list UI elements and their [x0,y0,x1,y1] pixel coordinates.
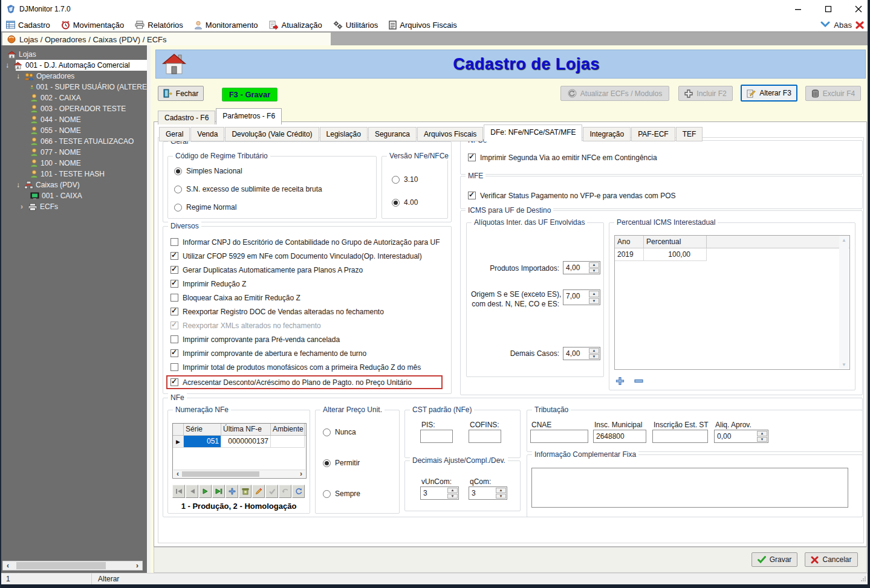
percentual-table[interactable]: Ano Percentual 2019 100,00 ▲▼ [614,235,850,370]
menu-atualizacao[interactable]: Atualização [269,21,322,30]
diversos-checkbox[interactable]: Gerar Duplicatas Automaticamente para Pl… [170,265,441,274]
spin-up-icon[interactable] [589,262,599,268]
tree-node-operator[interactable]: 001 - SUPER USUÁRIO (ALTERE [1,82,147,92]
nav-post-button[interactable] [265,485,278,498]
scroll-left-icon[interactable]: ‹ [174,471,182,477]
main-tab[interactable]: Parâmetros - F6 [216,108,282,124]
spin-down-icon[interactable] [589,298,599,305]
tree-node-caixa[interactable]: 001 - CAIXA [1,190,147,201]
demais-casos-spinner[interactable]: 4,00 [563,347,600,360]
minimize-button[interactable] [791,2,805,16]
tree-node-ecfs[interactable]: › ECFs [1,201,147,212]
diversos-checkbox[interactable]: Imprimir Redução Z [170,279,441,288]
atualizar-ecfs-button[interactable]: Atualizar ECFs / Modulos [560,86,669,101]
scroll-right-icon[interactable]: › [132,561,142,570]
resize-grip[interactable] [860,576,866,582]
maximize-button[interactable] [822,2,835,16]
params-tab[interactable]: Seguranca [368,127,417,141]
tree-node-lojas[interactable]: Lojas [1,49,147,60]
expand-arrow-icon[interactable]: ↓ [4,61,11,69]
table-row[interactable]: 2019 100,00 [615,248,849,261]
info-complementar-textarea[interactable] [531,468,848,508]
regime-radio-option[interactable]: S.N. excesso de sublimite de receita bru… [174,183,322,195]
tree-node-caixas[interactable]: ↓ Caixas (PDV) [1,179,147,190]
nav-delete-button[interactable] [239,485,252,498]
spin-up-icon[interactable] [447,488,458,493]
grid-header-ultima[interactable]: Última NF-e [221,424,271,435]
menu-arquivos-fiscais[interactable]: Arquivos Fiscais [389,21,457,30]
alterar-preco-radio-option[interactable]: Sempre [323,488,360,500]
tree-node-operator[interactable]: 003 - OPERADOR TESTE [1,103,147,114]
scrollbar-thumb[interactable] [182,471,259,477]
spin-up-icon[interactable] [757,431,767,436]
add-row-icon[interactable] [615,376,625,386]
nav-prior-button[interactable] [186,485,198,498]
tree-node-operator[interactable]: 101 - TESTE HASH [1,169,147,179]
nav-edit-button[interactable] [252,485,265,498]
tree-node-operadores[interactable]: ↓ Operadores [1,71,147,82]
scroll-right-icon[interactable]: › [297,471,305,477]
scrollbar-thumb[interactable] [16,562,106,569]
chevron-down-icon[interactable] [820,21,830,28]
cnae-input[interactable] [530,430,588,443]
nfce-checkbox[interactable]: Imprimir Segunda Via ao emitir NFCe em C… [468,153,657,162]
spin-down-icon[interactable] [496,494,506,499]
nav-refresh-button[interactable] [292,485,305,498]
tree-node-operator[interactable]: 055 - NOME [1,125,147,136]
spin-down-icon[interactable] [589,268,599,274]
diversos-checkbox[interactable]: Imprimir comprovante de abertura e fecha… [170,349,441,358]
tree-node-operator[interactable]: 002 - CAIXA [1,92,147,103]
excluir-button[interactable]: Excluir F4 [805,86,861,101]
diversos-checkbox[interactable]: Informar CNPJ do Escritório de Contabili… [170,237,441,247]
params-tab[interactable]: DFe: NFe/NFCe/SAT/MFE [484,124,582,141]
menu-relatorios[interactable]: Relatórios [135,21,183,30]
vuncom-spinner[interactable]: 3 [420,486,459,500]
nav-cancel-button[interactable] [279,485,291,498]
spin-up-icon[interactable] [496,488,506,493]
menu-monitoramento[interactable]: Monitoramento [194,21,258,30]
spin-down-icon[interactable] [757,437,767,442]
menu-cadastro[interactable]: Cadastro [6,21,50,30]
mfe-checkbox[interactable]: Verificar Status Pagamento no VFP-e para… [468,191,676,200]
versao-radio-option[interactable]: 4.00 [392,196,418,208]
inscricao-est-input[interactable] [652,430,708,443]
close-tabs-icon[interactable] [855,21,864,29]
grid-header-ambiente[interactable]: Ambiente [271,424,305,435]
expand-arrow-icon[interactable]: ↓ [15,181,22,189]
scroll-up-icon[interactable]: ▲ [842,237,846,243]
grid-cell-serie[interactable]: 051 [184,436,221,448]
spin-up-icon[interactable] [589,291,599,297]
tree-node-operator[interactable]: 077 - NOME [1,147,147,158]
nav-first-button[interactable] [172,485,185,498]
alterar-button[interactable]: Alterar F3 [741,85,797,102]
main-tab[interactable]: Cadastro - F6 [158,111,215,124]
diversos-checkbox[interactable]: Imprimir comprovante para Pré-venda canc… [170,335,441,344]
qcom-spinner[interactable]: 3 [469,486,507,500]
diversos-checkbox[interactable]: Imprimir total de produtos monofásicos c… [170,363,441,372]
params-tab[interactable]: Arquivos Fiscais [417,127,483,141]
nav-last-button[interactable] [212,485,225,498]
close-button[interactable] [852,2,865,16]
menu-utilitarios[interactable]: Utilitários [333,21,378,30]
alterar-preco-radio-option[interactable]: Permitir [323,457,360,469]
spin-down-icon[interactable] [447,494,458,499]
params-tab[interactable]: Integração [583,127,631,141]
fechar-button[interactable]: Fechar [158,86,204,101]
grid-row[interactable]: 051 0000000137 [173,436,306,448]
params-tab[interactable]: Venda [190,127,224,141]
scroll-left-icon[interactable]: ‹ [3,561,13,570]
workspace-tab[interactable]: Lojas / Operadores / Caixas (PDV) / ECFs [2,33,331,46]
tree-horizontal-scrollbar[interactable]: ‹ › [2,561,143,570]
column-header-ano[interactable]: Ano [615,236,644,248]
incluir-button[interactable]: Incluir F2 [678,86,733,101]
alterar-preco-radio-option[interactable]: Nunca [323,426,360,438]
diversos-checkbox[interactable]: Acrescentar Desconto/Acréscimo do Plano … [167,376,441,388]
spin-down-icon[interactable] [589,354,599,360]
diversos-checkbox[interactable]: Utilizar CFOP 5929 em NFe com Documento … [170,251,441,260]
tree-node-operator[interactable]: 044 - NOME [1,114,147,125]
produtos-importados-spinner[interactable]: 4,00 [563,261,600,274]
scroll-down-icon[interactable]: ▼ [842,362,846,367]
regime-radio-option[interactable]: Simples Nacional [174,165,322,177]
menu-movimentacao[interactable]: Movimentação [61,21,125,30]
spin-up-icon[interactable] [589,348,599,354]
